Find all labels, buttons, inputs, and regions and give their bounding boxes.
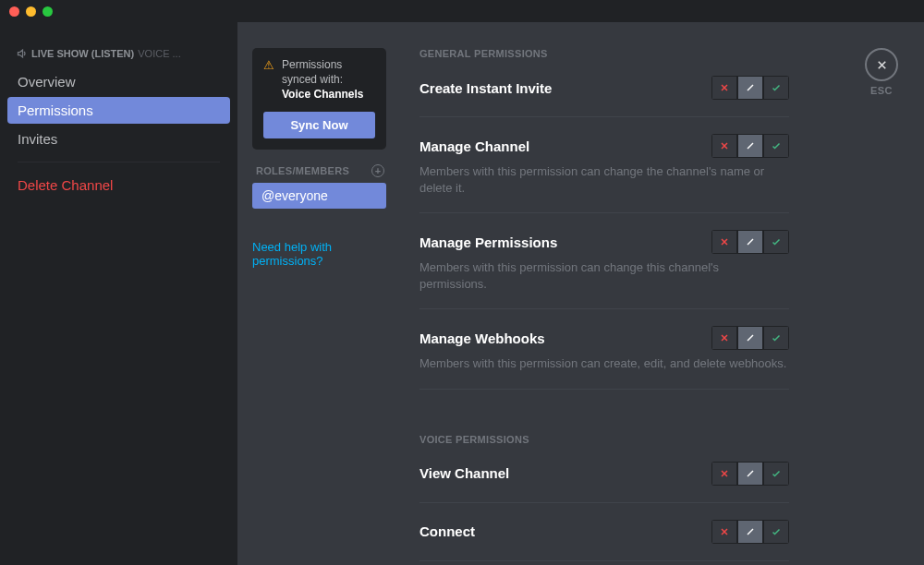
perm-label: Connect (419, 523, 475, 539)
speaker-icon (17, 48, 28, 59)
divider (419, 116, 789, 117)
permissions-panel: GENERAL PERMISSIONS Create Instant Invit… (401, 48, 789, 565)
sync-card: ⚠ Permissions synced with: Voice Channel… (252, 48, 386, 150)
perm-toggle (711, 520, 789, 544)
perm-allow-button[interactable] (763, 520, 789, 544)
window-minimize-dot[interactable] (26, 6, 36, 17)
perm-label: Manage Webhooks (419, 331, 545, 346)
help-permissions-link[interactable]: Need help with permissions? (252, 240, 386, 268)
nav-invites[interactable]: Invites (7, 126, 230, 152)
section-voice-permissions: VOICE PERMISSIONS (419, 434, 789, 445)
breadcrumb: LIVE SHOW (LISTEN) VOICE ... (7, 48, 230, 68)
perm-deny-button[interactable] (711, 230, 737, 254)
warning-icon: ⚠ (263, 57, 274, 102)
nav-overview[interactable]: Overview (7, 68, 230, 95)
perm-passthrough-button[interactable] (737, 134, 763, 158)
perm-description: Members with this permission can change … (419, 163, 789, 196)
perm-connect: Connect (419, 520, 789, 544)
divider (419, 560, 789, 561)
perm-passthrough-button[interactable] (737, 520, 763, 544)
close-icon (875, 58, 889, 72)
perm-description: Members with this permission can change … (419, 259, 789, 292)
breadcrumb-channel: LIVE SHOW (LISTEN) (31, 48, 134, 59)
perm-passthrough-button[interactable] (737, 76, 763, 100)
perm-toggle (711, 326, 789, 350)
perm-allow-button[interactable] (763, 462, 789, 486)
perm-description: Members with this permission can create,… (419, 355, 789, 372)
role-everyone[interactable]: @everyone (252, 183, 386, 209)
perm-manage-webhooks: Manage Webhooks Members with this permis… (419, 326, 789, 372)
perm-allow-button[interactable] (763, 326, 789, 350)
roles-header-label: ROLES/MEMBERS (256, 165, 349, 176)
divider (419, 389, 789, 390)
sync-category: Voice Channels (282, 87, 375, 102)
perm-label: Create Instant Invite (419, 80, 552, 96)
nav-permissions[interactable]: Permissions (7, 97, 230, 124)
perm-deny-button[interactable] (711, 520, 737, 544)
breadcrumb-category: VOICE ... (138, 48, 180, 59)
sync-line1: Permissions synced with: (282, 57, 375, 87)
sync-now-button[interactable]: Sync Now (263, 112, 375, 138)
perm-toggle (711, 462, 789, 486)
divider (419, 308, 789, 309)
close-button[interactable] (865, 48, 898, 81)
perm-toggle (711, 76, 789, 100)
perm-allow-button[interactable] (763, 134, 789, 158)
esc-label: ESC (865, 85, 898, 96)
settings-sidebar: LIVE SHOW (LISTEN) VOICE ... Overview Pe… (0, 22, 237, 565)
perm-deny-button[interactable] (711, 134, 737, 158)
perm-deny-button[interactable] (711, 462, 737, 486)
window-close-dot[interactable] (9, 6, 19, 17)
divider (419, 212, 789, 213)
nav-delete-channel[interactable]: Delete Channel (7, 172, 230, 198)
perm-label: View Channel (419, 465, 509, 481)
perm-deny-button[interactable] (711, 76, 737, 100)
perm-label: Manage Permissions (419, 234, 557, 250)
perm-create-instant-invite: Create Instant Invite (419, 76, 789, 100)
section-general-permissions: GENERAL PERMISSIONS (419, 48, 789, 59)
add-role-button[interactable]: + (371, 164, 384, 177)
perm-allow-button[interactable] (763, 76, 789, 100)
perm-view-channel: View Channel (419, 462, 789, 486)
perm-toggle (711, 134, 789, 158)
divider (419, 502, 789, 503)
perm-allow-button[interactable] (763, 230, 789, 254)
perm-deny-button[interactable] (711, 326, 737, 350)
window-zoom-dot[interactable] (43, 6, 53, 17)
perm-manage-channel: Manage Channel Members with this permiss… (419, 134, 789, 196)
perm-passthrough-button[interactable] (737, 326, 763, 350)
macos-titlebar (0, 0, 924, 22)
perm-passthrough-button[interactable] (737, 462, 763, 486)
perm-manage-permissions: Manage Permissions Members with this per… (419, 230, 789, 292)
nav-separator (18, 162, 220, 162)
perm-passthrough-button[interactable] (737, 230, 763, 254)
perm-toggle (711, 230, 789, 254)
perm-label: Manage Channel (419, 138, 529, 154)
